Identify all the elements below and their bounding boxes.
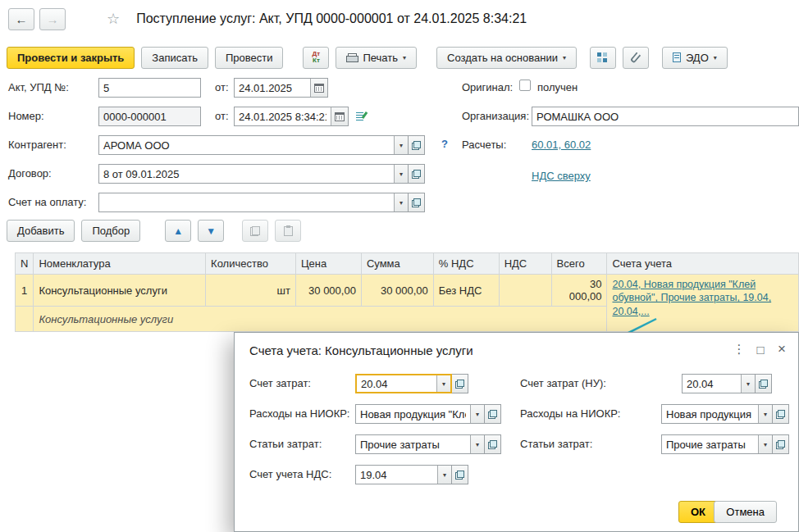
dropdown-button[interactable]: ▾ xyxy=(758,405,772,423)
cost-account-nu-group: ▾ xyxy=(682,374,772,393)
col-n[interactable]: N xyxy=(16,253,34,275)
printer-icon xyxy=(346,53,358,62)
move-down-button[interactable]: ▼ xyxy=(198,220,224,242)
dropdown-button[interactable]: ▾ xyxy=(470,405,484,423)
copy-button[interactable] xyxy=(242,220,268,242)
edo-button[interactable]: ЭДО ▾ xyxy=(662,47,728,69)
open-icon xyxy=(776,410,785,419)
vat-account-label: Счет учета НДС: xyxy=(249,468,331,480)
table-toolbar: Добавить Подбор ▲ ▼ xyxy=(7,220,301,242)
write-button[interactable]: Записать xyxy=(141,47,208,69)
dialog-maximize-button[interactable]: □ xyxy=(752,341,769,357)
cell-price: 30 000,00 xyxy=(296,275,362,307)
dtkt-button[interactable]: ДтКт xyxy=(303,47,329,69)
dropdown-button[interactable]: ▾ xyxy=(741,375,755,393)
cost-account-nu-input[interactable] xyxy=(683,375,741,393)
open-button[interactable] xyxy=(452,374,468,393)
original-checkbox-label[interactable]: получен xyxy=(537,81,578,93)
rnd-expenses-group: ▾ xyxy=(355,404,501,424)
add-row-button[interactable]: Добавить xyxy=(7,220,75,242)
dropdown-button[interactable]: ▾ xyxy=(394,136,408,154)
col-nomenclature[interactable]: Номенклатура xyxy=(34,253,206,275)
back-icon: ← xyxy=(16,12,28,26)
counterparty-help-link[interactable]: ? xyxy=(441,138,448,150)
chevron-down-icon: ▾ xyxy=(764,411,767,418)
col-quantity[interactable]: Количество xyxy=(206,253,296,275)
open-button[interactable] xyxy=(409,135,425,155)
post-button[interactable]: Провести xyxy=(215,47,284,69)
paste-icon xyxy=(284,226,293,236)
dialog-close-button[interactable]: × xyxy=(774,341,790,357)
ok-button[interactable]: ОК xyxy=(678,501,718,523)
open-button[interactable] xyxy=(452,465,468,484)
dropdown-button[interactable]: ▾ xyxy=(470,435,484,453)
dropdown-button[interactable]: ▾ xyxy=(758,435,772,453)
open-icon xyxy=(488,440,497,449)
calendar-button[interactable] xyxy=(331,107,348,125)
chevron-down-icon: ▾ xyxy=(400,199,403,207)
open-button[interactable] xyxy=(756,374,772,393)
number-input[interactable] xyxy=(99,107,200,125)
vat-mode-link[interactable]: НДС сверху xyxy=(532,170,591,182)
vat-account-input[interactable] xyxy=(356,466,437,484)
act-date-input[interactable] xyxy=(235,79,310,97)
move-up-button[interactable]: ▲ xyxy=(165,220,191,242)
print-button[interactable]: Печать ▾ xyxy=(336,47,417,69)
col-vat[interactable]: НДС xyxy=(499,253,551,275)
window-title: Поступление услуг: Акт, УПД 0000-000001 … xyxy=(136,11,527,26)
dropdown-button[interactable]: ▾ xyxy=(436,375,450,392)
cell-nomenclature: Консультационные услуги xyxy=(34,275,206,307)
cancel-button[interactable]: Отмена xyxy=(714,501,777,523)
table-row[interactable]: 1 Консультационные услуги шт 30 000,00 3… xyxy=(16,275,799,307)
cost-items-input[interactable] xyxy=(356,435,470,453)
calendar-button[interactable] xyxy=(310,79,327,97)
contract-input[interactable] xyxy=(99,165,394,183)
favorite-star-icon[interactable]: ☆ xyxy=(107,10,120,28)
pick-button[interactable]: Подбор xyxy=(81,220,140,242)
forward-button[interactable]: → xyxy=(39,8,66,30)
invoice-input[interactable] xyxy=(99,193,394,211)
dropdown-button[interactable]: ▾ xyxy=(437,466,451,484)
copy-icon xyxy=(250,226,260,236)
set-time-button[interactable] xyxy=(352,107,370,126)
document-movements-button[interactable] xyxy=(590,47,616,69)
back-button[interactable]: ← xyxy=(8,8,34,30)
rnd-expenses-nu-input[interactable] xyxy=(662,405,758,423)
act-number-input[interactable] xyxy=(99,79,200,97)
open-button[interactable] xyxy=(409,164,425,184)
paste-button[interactable] xyxy=(275,220,301,242)
cost-items-label: Статьи затрат: xyxy=(249,438,322,450)
edo-document-icon xyxy=(673,52,681,62)
col-accounts[interactable]: Счета учета xyxy=(607,253,799,275)
dialog-menu-button[interactable]: ⋮ xyxy=(731,341,747,357)
chevron-down-icon: ▾ xyxy=(476,411,479,418)
dropdown-button[interactable]: ▾ xyxy=(394,165,408,183)
col-price[interactable]: Цена xyxy=(296,253,362,275)
chevron-down-icon: ▾ xyxy=(400,142,403,149)
open-button[interactable] xyxy=(485,434,501,454)
settlements-label: Расчеты: xyxy=(462,139,506,151)
settlements-link[interactable]: 60.01, 60.02 xyxy=(532,139,591,151)
col-amount[interactable]: Сумма xyxy=(361,253,433,275)
cost-account-input[interactable] xyxy=(357,375,436,392)
create-on-basis-button[interactable]: Создать на основании ▾ xyxy=(436,47,577,69)
number-date-from-label: от: xyxy=(215,110,229,122)
attachments-button[interactable] xyxy=(623,47,649,69)
accounts-link[interactable]: 20.04, Новая продукция "Клей обувной", П… xyxy=(612,279,771,317)
counterparty-input[interactable] xyxy=(99,136,394,154)
original-checkbox[interactable] xyxy=(519,80,531,91)
rnd-expenses-input[interactable] xyxy=(356,405,470,423)
col-vat-rate[interactable]: % НДС xyxy=(433,253,499,275)
open-button[interactable] xyxy=(485,404,501,424)
open-button[interactable] xyxy=(773,434,789,454)
dropdown-button[interactable]: ▾ xyxy=(394,193,408,211)
organization-input[interactable] xyxy=(532,107,798,125)
col-total[interactable]: Всего xyxy=(551,253,607,275)
dtkt-icon: ДтКт xyxy=(313,51,321,64)
open-button[interactable] xyxy=(409,193,425,212)
open-button[interactable] xyxy=(773,404,789,424)
number-datetime-input[interactable] xyxy=(235,107,331,125)
post-and-close-button[interactable]: Провести и закрыть xyxy=(7,47,135,69)
cost-items-nu-input[interactable] xyxy=(662,435,758,453)
act-number-group xyxy=(98,78,201,98)
